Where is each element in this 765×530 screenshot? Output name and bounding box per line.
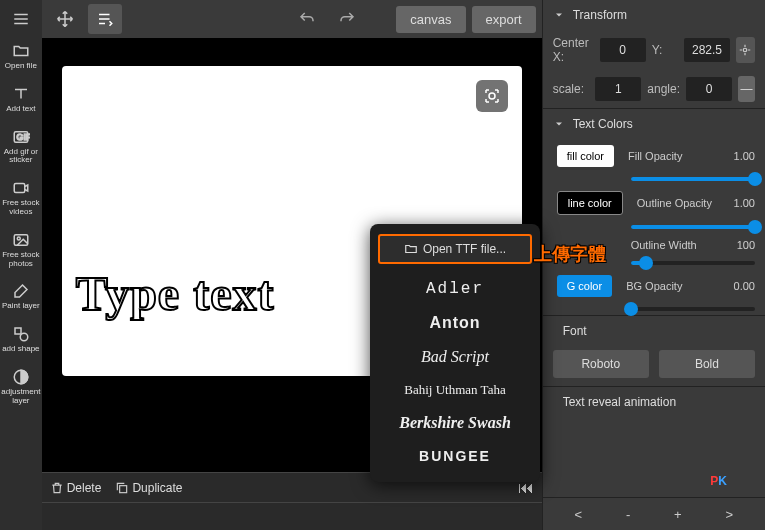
font-header: Font [543,315,765,346]
sample-text[interactable]: Type text [76,266,275,321]
nav-prev[interactable]: - [626,507,630,522]
y-input[interactable] [684,38,730,62]
font-item[interactable]: Adler [378,272,532,306]
bg-opacity-slider[interactable] [631,307,755,311]
canvas-button[interactable]: canvas [396,6,465,33]
add-gif-button[interactable]: GIFAdd gif or sticker [0,122,42,172]
nav-bar: < - + > [543,497,765,530]
outline-opacity-value: 1.00 [725,197,755,209]
font-item[interactable]: BUNGEE [378,440,532,472]
center-target-button[interactable] [736,37,755,63]
angle-label: angle: [647,82,680,96]
fill-opacity-value: 1.00 [725,150,755,162]
nav-next[interactable]: + [674,507,682,522]
fill-opacity-label: Fill Opacity [628,150,719,162]
delete-button[interactable]: Delete [50,481,102,495]
adjustment-layer-button[interactable]: adjustment layer [0,362,42,412]
font-popup: Open TTF file... AdlerAntonBad ScriptBah… [370,224,540,482]
svg-point-7 [17,237,20,240]
redo-button[interactable] [330,4,364,34]
add-text-button[interactable]: Add text [0,79,42,120]
text-reveal-header[interactable]: Text reveal animation [543,386,765,417]
fill-color-button[interactable]: fill color [557,145,614,167]
reset-button[interactable]: — [738,76,755,102]
fill-opacity-slider[interactable] [631,177,755,181]
open-ttf-button[interactable]: Open TTF file... [378,234,532,264]
left-sidebar: Open file Add text GIFAdd gif or sticker… [0,0,42,530]
annotation-text: 上傳字體 [534,242,606,266]
bg-opacity-label: BG Opacity [626,280,719,292]
focus-icon[interactable] [476,80,508,112]
font-item[interactable]: Bahij Uthman Taha [378,374,532,406]
svg-rect-5 [14,184,25,193]
outline-width-value: 100 [725,239,755,251]
undo-button[interactable] [290,4,324,34]
top-toolbar: canvas export [42,0,542,38]
edit-tool-button[interactable] [88,4,122,34]
center-x-label: Center X: [553,36,594,64]
font-item[interactable]: Anton [378,306,532,340]
stock-videos-button[interactable]: Free stock videos [0,173,42,223]
open-file-button[interactable]: Open file [0,36,42,77]
font-item[interactable]: Berkshire Swash [378,406,532,440]
outline-width-label: Outline Width [631,239,719,251]
svg-point-13 [744,48,748,52]
angle-input[interactable] [686,77,732,101]
bold-button[interactable]: Bold [659,350,755,378]
outline-opacity-label: Outline Opacity [637,197,719,209]
bg-color-button[interactable]: G color [557,275,612,297]
y-label: Y: [652,43,678,57]
nav-prev-far[interactable]: < [575,507,583,522]
font-family-button[interactable]: Roboto [553,350,649,378]
svg-rect-8 [15,328,21,334]
svg-point-11 [489,93,495,99]
transform-header[interactable]: Transform [543,0,765,30]
menu-button[interactable] [4,4,38,34]
bg-opacity-value: 0.00 [725,280,755,292]
scale-label: scale: [553,82,590,96]
move-tool-button[interactable] [48,4,82,34]
add-shape-button[interactable]: add shape [0,319,42,360]
line-color-button[interactable]: line color [557,191,623,215]
nav-next-far[interactable]: > [726,507,734,522]
paint-layer-button[interactable]: Paint layer [0,276,42,317]
svg-rect-6 [14,235,28,246]
duplicate-button[interactable]: Duplicate [115,481,182,495]
font-item[interactable]: Bad Script [378,340,532,374]
svg-point-9 [20,333,28,341]
text-colors-header[interactable]: Text Colors [543,108,765,139]
outline-opacity-slider[interactable] [631,225,755,229]
stock-photos-button[interactable]: Free stock photos [0,225,42,275]
svg-rect-12 [120,485,127,492]
watermark: PK [710,469,727,490]
outline-width-slider[interactable] [631,261,755,265]
center-x-input[interactable] [600,38,646,62]
scale-input[interactable] [595,77,641,101]
export-button[interactable]: export [472,6,536,33]
svg-text:GIF: GIF [16,132,30,142]
